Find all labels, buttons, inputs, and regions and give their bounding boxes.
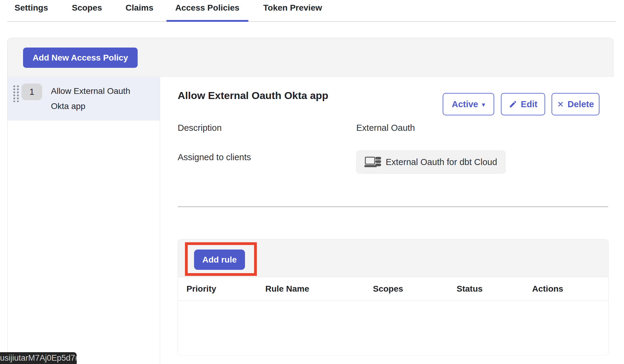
policy-name-label: Allow External Oauth Okta app	[51, 84, 148, 114]
policy-title: Allow External Oauth Okta app	[178, 90, 328, 101]
rules-table-header: Priority Rule Name Scopes Status Actions	[178, 277, 608, 301]
policy-priority-badge: 1	[22, 84, 42, 100]
edit-button-label: Edit	[521, 99, 538, 109]
delete-button-label: Delete	[568, 99, 594, 109]
column-header-status: Status	[457, 284, 483, 294]
assigned-clients-label: Assigned to clients	[178, 152, 251, 162]
access-policies-panel: Add New Access Policy 1 Allow External O…	[7, 38, 613, 364]
panel-header: Add New Access Policy	[8, 38, 613, 77]
column-header-rule-name: Rule Name	[265, 284, 309, 294]
drag-handle-icon[interactable]	[12, 84, 19, 102]
active-status-dropdown[interactable]: Active ▾	[443, 93, 494, 115]
tab-bar: Settings Scopes Claims Access Policies T…	[0, 0, 624, 22]
tab-access-policies[interactable]: Access Policies	[175, 3, 240, 13]
delete-button[interactable]: ✕ Delete	[552, 93, 599, 115]
tab-scopes[interactable]: Scopes	[72, 3, 102, 13]
tab-token-preview[interactable]: Token Preview	[263, 3, 322, 13]
column-header-priority: Priority	[186, 284, 216, 294]
description-value: External Oauth	[356, 123, 415, 133]
panel-body: 1 Allow External Oauth Okta app Allow Ex…	[8, 77, 613, 364]
rules-card: Add rule Priority Rule Name Scopes Statu…	[178, 239, 609, 355]
policy-detail: Allow External Oauth Okta app Active ▾ E…	[160, 77, 614, 364]
add-new-access-policy-button[interactable]: Add New Access Policy	[23, 48, 138, 68]
tab-bar-divider	[7, 21, 616, 22]
policy-list-item[interactable]: 1 Allow External Oauth Okta app	[8, 77, 160, 121]
pencil-icon	[509, 100, 517, 108]
policy-list-sidebar: 1 Allow External Oauth Okta app	[8, 77, 160, 364]
access-policies-page: Settings Scopes Claims Access Policies T…	[0, 0, 624, 364]
policy-name-line2: Okta app	[51, 99, 148, 114]
rules-table-body-empty	[178, 301, 608, 355]
column-header-actions: Actions	[532, 284, 563, 294]
description-label: Description	[178, 123, 222, 133]
active-status-label: Active	[452, 99, 478, 109]
policy-name-line1: Allow External Oauth	[51, 84, 148, 99]
tab-claims[interactable]: Claims	[126, 3, 153, 13]
column-header-scopes: Scopes	[373, 284, 403, 294]
close-icon: ✕	[557, 100, 564, 109]
active-tab-underline	[166, 20, 248, 22]
rules-header: Add rule	[178, 240, 608, 277]
section-divider	[178, 206, 608, 207]
assigned-client-chip[interactable]: External Oauth for dbt Cloud	[356, 151, 505, 174]
chevron-down-icon: ▾	[482, 101, 485, 109]
link-preview-statusbar: usijiutarM7Aj0Ep5d7#	[0, 352, 77, 364]
assigned-client-chip-label: External Oauth for dbt Cloud	[386, 157, 497, 167]
tab-settings[interactable]: Settings	[15, 3, 48, 13]
edit-button[interactable]: Edit	[501, 93, 545, 115]
add-rule-button[interactable]: Add rule	[194, 250, 245, 270]
client-app-icon	[364, 155, 381, 169]
